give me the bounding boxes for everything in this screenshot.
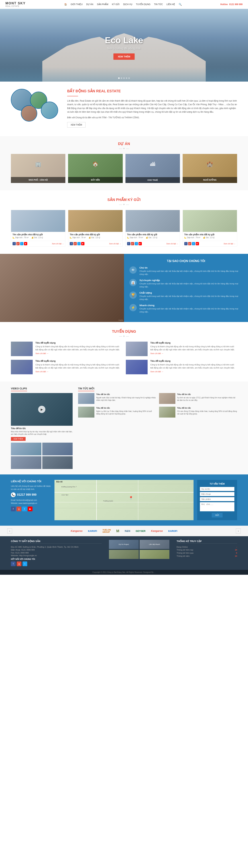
stat-today: Thống kê hôm nay14 — [177, 549, 237, 551]
footer-img-3[interactable] — [109, 550, 139, 559]
spkg-yt-2[interactable]: ▶ — [81, 242, 84, 245]
whyus-text-4: Nhanh chóng Chuyên suốt trong suốt làm v… — [139, 304, 243, 313]
spkg-link-3[interactable]: Xem chi tiết → — [166, 243, 178, 245]
form-phone[interactable] — [200, 492, 235, 496]
spkg-area-1: 📐 Diện tích : 79 m² — [12, 237, 29, 239]
footer-col-2: Dự Án Project Liên Hệ Nhanh — [109, 540, 169, 566]
sanpham-divider: — ✦ — — [11, 203, 237, 206]
footer-gplus[interactable]: g — [17, 561, 22, 566]
td-desc-1: Công ty là thành công bất động sản là mộ… — [35, 345, 122, 351]
td-link-1[interactable]: Xem chi tiết → — [35, 352, 48, 354]
spkg-fb-4[interactable]: f — [184, 242, 187, 245]
map-pin: 📍 — [129, 496, 133, 500]
td-link-3[interactable]: Xem chi tiết → — [35, 371, 48, 373]
spkg-gplus-2[interactable]: g+ — [74, 242, 77, 245]
nav-dich-vu[interactable]: DỊCH VỤ — [121, 2, 134, 7]
spkg-link-2[interactable]: Xem chi tiết → — [109, 243, 121, 245]
hero-section: Eco Lake Nơi lý tưởng để sống mới XEM TH… — [0, 9, 248, 82]
footer-img-2[interactable]: Liên Hệ Nhanh — [140, 540, 169, 549]
duan-item-3[interactable]: 🏙 CHO THUÊ — [126, 154, 180, 183]
spkg-fb-3[interactable]: f — [127, 242, 130, 245]
spkg-area-3: 📐 Diện tích : 79 m² — [127, 237, 143, 239]
dot-4[interactable] — [126, 78, 127, 79]
video-thumb-2[interactable] — [42, 443, 73, 455]
footer-img-1[interactable]: Dự Án Project — [109, 540, 139, 549]
form-name[interactable] — [200, 487, 235, 491]
spkg-item-3: Tên sản phẩm nhà đất ký gửi 📐 Diện tích … — [126, 210, 180, 247]
nav-ky-gui[interactable]: KÝ GỬI — [110, 2, 121, 7]
footer-img-4[interactable] — [140, 550, 169, 559]
footer-social: f g t — [11, 561, 102, 566]
video-thumb-1[interactable] — [11, 443, 41, 455]
nav-tin-tuc[interactable]: TIN TỨC — [152, 2, 165, 7]
partner-kangaroo-2: Kangaroo — [151, 529, 163, 532]
spkg-fb-2[interactable]: f — [70, 242, 73, 245]
duan-section: DỰ ÁN — ✦ — 🏢 NHÀ PHỐ - CĂN HỘ 🏠 ĐẤT NỀN… — [0, 136, 248, 190]
dot-2[interactable] — [121, 78, 122, 79]
duan-item-4[interactable]: 🏰 NGHỈ DƯỠNG — [183, 154, 237, 183]
lh-tw[interactable]: t — [22, 506, 27, 511]
lh-fb[interactable]: f — [11, 506, 15, 511]
partner-prev[interactable]: ‹ — [7, 528, 12, 533]
td-link-4[interactable]: Xem chi tiết → — [150, 371, 164, 373]
spkg-yt-1[interactable]: ▶ — [24, 242, 27, 245]
td-desc-4: Công ty là thành công bất động sản là mộ… — [150, 363, 237, 369]
duan-item-1[interactable]: 🏢 NHÀ PHỐ - CĂN HỘ — [11, 154, 65, 183]
footer-col-3: THỐNG KÊ TRUY CẬP Đang Online- Thống kê … — [177, 540, 237, 566]
spkg-fb-1[interactable]: f — [12, 242, 16, 245]
td-link-2[interactable]: Xem chi tiết → — [150, 352, 164, 354]
spkg-tw-1[interactable]: t — [20, 242, 24, 245]
footer-tw[interactable]: t — [23, 561, 27, 566]
nav-san-pham[interactable]: SẢN PHẨM — [95, 2, 110, 7]
spkg-tw-3[interactable]: t — [135, 242, 138, 245]
partner-yuelong: YUELONGROUP — [102, 529, 111, 533]
hero-title: Eco Lake — [105, 35, 143, 45]
spkg-gplus-4[interactable]: g+ — [188, 242, 191, 245]
spkg-yt-4[interactable]: ▶ — [196, 242, 199, 245]
hero-btn[interactable]: XEM THÊM — [113, 54, 135, 60]
footer-fb[interactable]: f — [11, 561, 15, 566]
form-note[interactable] — [200, 502, 235, 511]
circle-4 — [41, 101, 58, 119]
dot-3[interactable] — [123, 78, 125, 79]
spkg-link-4[interactable]: Xem chi tiết → — [224, 243, 236, 245]
td-img-4 — [126, 360, 148, 374]
form-product[interactable] — [200, 497, 235, 501]
nav-gioi-thieu[interactable]: GIỚI THIỆU — [69, 2, 84, 7]
vt-section: VIDEO CLIPS ▶ Tiêu đề tin tức Mua nhà ch… — [0, 381, 248, 474]
partner-next[interactable]: › — [236, 528, 241, 533]
nav-tuyen-dung[interactable]: TUYỂN DỤNG — [134, 2, 152, 7]
tn-desc-1: Người nước đầu tư bất tài tiếp, Khách hà… — [96, 397, 156, 402]
video-xemthem-btn[interactable]: XEM THÊM — [11, 437, 26, 441]
spkg-tw-2[interactable]: t — [77, 242, 81, 245]
td-img-1 — [11, 342, 33, 356]
tuyen-dung-heading: TUYỂN DỤNG — [11, 329, 237, 334]
spkg-tw-4[interactable]: t — [192, 242, 195, 245]
lh-gplus[interactable]: g — [16, 506, 21, 511]
video-main[interactable]: ▶ — [11, 393, 73, 426]
form-submit[interactable]: GỬI — [212, 513, 223, 518]
spkg-yt-3[interactable]: ▶ — [139, 242, 142, 245]
lh-email: Email: lienbomdreal@gmail.com — [11, 499, 51, 502]
spkg-gplus-3[interactable]: g+ — [131, 242, 134, 245]
video-main-desc: Mua nhà chính thức tại dự án này: mua bá… — [11, 430, 73, 436]
nav-du-an[interactable]: DỰ ÁN — [84, 2, 95, 7]
bds-circles-container — [11, 89, 62, 129]
dot-1[interactable] — [118, 78, 120, 79]
video-thumb-3[interactable] — [11, 456, 41, 469]
spkg-gplus-1[interactable]: g+ — [16, 242, 20, 245]
nav-home[interactable]: 🏠 — [63, 2, 69, 7]
tn-img-4 — [159, 407, 175, 417]
video-thumb-4[interactable] — [42, 456, 73, 469]
lh-yt[interactable]: ▶ — [28, 506, 33, 511]
duan-item-2[interactable]: 🏠 ĐẤT NỀN — [68, 154, 122, 183]
nav-lien-he[interactable]: LIÊN HỆ — [165, 2, 177, 7]
td-title-4: Tiêu đề tuyển dụng — [150, 360, 237, 362]
dot-5[interactable] — [128, 78, 130, 79]
lh-desc: Liên hệ với chúng tôi qua số hotline đề … — [11, 485, 51, 491]
partner-geyser: GEYSER — [136, 530, 145, 532]
hotline-label: Hotline — [220, 3, 228, 6]
search-button[interactable]: 🔍 — [177, 1, 183, 7]
spkg-link-1[interactable]: Xem chi tiết → — [52, 243, 64, 245]
bds-btn[interactable]: XEM THÊM — [67, 122, 85, 128]
